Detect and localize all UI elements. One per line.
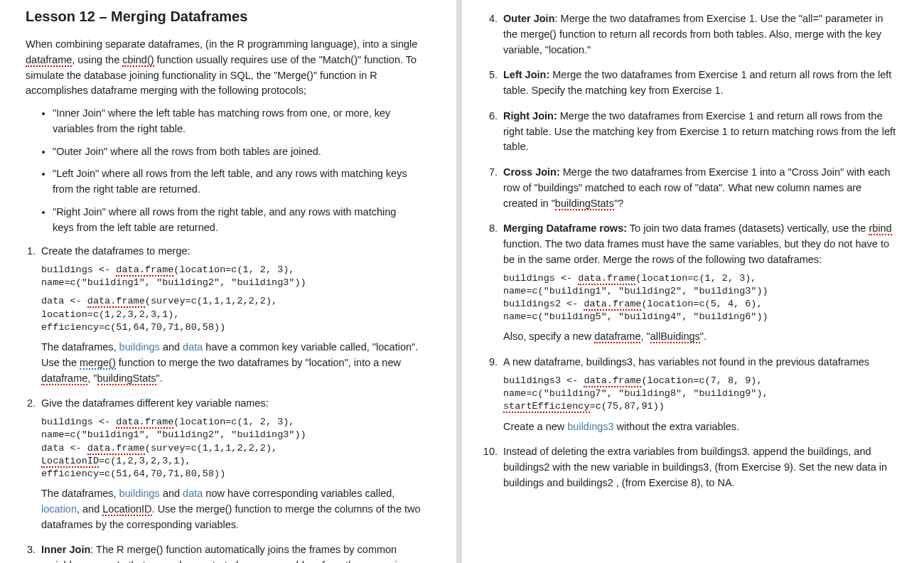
page-1: Lesson 12 – Merging Dataframes When comb… [0,0,462,563]
exercise-list-right: Outer Join: Merge the two dataframes fro… [488,11,898,491]
exercise-4: Outer Join: Merge the two dataframes fro… [500,11,898,58]
spell-dataframe: dataframe [26,54,72,67]
exercise-5: Left Join: Merge the two dataframes from… [500,68,898,99]
exercise-2: Give the dataframes different key variab… [38,396,431,532]
ex2-explain: The dataframes, buildings and data now h… [41,486,431,532]
document-pages: Lesson 12 – Merging Dataframes When comb… [0,0,924,563]
ex9-after: Create a new buildings3 without the extr… [503,419,898,435]
ex1-code-buildings: buildings <- data.frame(location=c(1, 2,… [41,264,431,289]
ex8-after: Also, specify a new dataframe, "allBuidi… [503,329,898,345]
exercise-8: Merging Dataframe rows: To join two data… [500,221,898,345]
spell-cbind: cbind() [122,54,154,67]
exercise-10: Instead of deleting the extra variables … [500,444,898,490]
bullet-left-join: "Left Join" where all rows from the left… [53,166,431,198]
exercise-6: Right Join: Merge the two dataframes fro… [500,109,898,155]
ex1-code-data: data <- data.frame(survey=c(1,1,1,2,2,2)… [41,295,431,334]
exercise-list-left: Create the dataframes to merge: building… [26,244,431,563]
ex8-code: buildings <- data.frame(location=c(1, 2,… [503,272,898,324]
join-types-list: "Inner Join" where the left table has ma… [26,106,431,235]
lesson-title: Lesson 12 – Merging Dataframes [26,6,431,27]
exercise-9: A new dataframe, buildings3, has variabl… [500,355,898,434]
ex1-explain: The dataframes, buildings and data have … [41,340,431,386]
page-2: Outer Join: Merge the two dataframes fro… [462,0,924,563]
bullet-inner-join: "Inner Join" where the left table has ma… [53,106,431,137]
exercise-3: Inner Join: The R merge() function autom… [38,542,431,563]
exercise-1: Create the dataframes to merge: building… [38,244,431,386]
ex9-code: buildings3 <- data.frame(location=c(7, 8… [503,375,898,414]
exercise-7: Cross Join: Merge the two dataframes fro… [500,165,898,211]
bullet-outer-join: "Outer Join" where all the rows from bot… [53,144,431,160]
ex2-code: buildings <- data.frame(location=c(1, 2,… [41,416,431,481]
intro-paragraph: When combining separate dataframes, (in … [26,37,431,99]
bullet-right-join: "Right Join" where all rows from the rig… [53,205,431,236]
